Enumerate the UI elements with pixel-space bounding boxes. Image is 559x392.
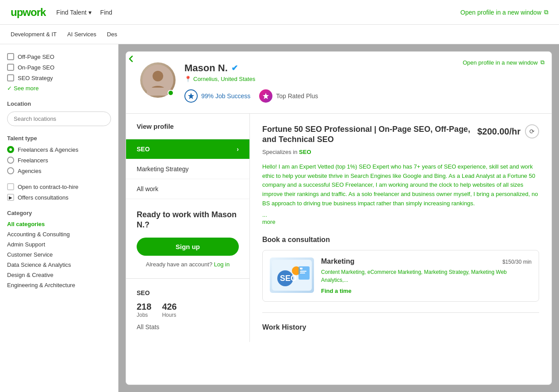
- top-rated-icon: [259, 89, 272, 103]
- work-history-title: Work History: [262, 312, 539, 331]
- login-link[interactable]: Log in: [214, 261, 230, 268]
- top-rated-badge: Top Rated Plus: [259, 89, 318, 103]
- cat-accounting[interactable]: Accounting & Consulting: [7, 231, 111, 238]
- arrow-icon: ›: [237, 146, 239, 153]
- nav-links: Find Talent ▾ Find: [56, 9, 112, 16]
- external-link-icon: ⧉: [544, 8, 548, 16]
- badges-row: 99% Job Success Top Rated Plus: [184, 89, 537, 103]
- hours-stat: 426 Hours: [162, 302, 176, 318]
- profile-left-panel: View profile SEO › Marketing Strategy Al…: [126, 114, 250, 342]
- svg-text:SEO: SEO: [280, 274, 297, 283]
- profile-card: Open profile in a new window ⧉: [126, 51, 552, 385]
- radio-agencies[interactable]: Agencies: [7, 167, 111, 174]
- profile-info: Mason N. ✔ 📍 Cornelius, United States: [184, 62, 537, 103]
- radio-freelancers-agencies[interactable]: Freelancers & Agencies: [7, 146, 111, 153]
- chevron-down-icon: ▾: [88, 9, 92, 16]
- other-options-section: Open to contract-to-hire ▶ Offers consul…: [7, 183, 111, 201]
- find-talent-nav[interactable]: Find Talent ▾: [56, 9, 91, 16]
- stats-row: 218 Jobs 426 Hours: [137, 302, 239, 318]
- profile-body: View profile SEO › Marketing Strategy Al…: [126, 114, 551, 342]
- seo-filters: Off-Page SEO On-Page SEO SEO Strategy ✓ …: [7, 53, 111, 92]
- logo[interactable]: upwork: [11, 6, 46, 19]
- specializes: Specializes in SEO: [262, 149, 539, 155]
- consult-image: SEO: [270, 257, 314, 293]
- consult-tags: Content Marketing, eCommerce Marketing, …: [321, 268, 532, 284]
- back-button[interactable]: [123, 51, 139, 67]
- filter-on-page-seo[interactable]: On-Page SEO: [7, 64, 111, 71]
- rate-icon[interactable]: ⟳: [525, 124, 539, 138]
- avatar-wrap: [140, 62, 176, 98]
- location-section: Location: [7, 100, 111, 126]
- filter-seo-strategy[interactable]: SEO Strategy: [7, 74, 111, 81]
- rate-row: $200.00/hr ⟳: [477, 124, 539, 138]
- checkbox-on-page-seo[interactable]: [7, 64, 14, 71]
- bio-ellipsis: ...: [262, 211, 267, 218]
- checkbox-contract[interactable]: [7, 183, 14, 190]
- filter-off-page-seo[interactable]: Off-Page SEO: [7, 53, 111, 60]
- checkbox-consult[interactable]: ▶: [7, 194, 14, 201]
- sidebar: Off-Page SEO On-Page SEO SEO Strategy ✓ …: [0, 44, 119, 392]
- menu-seo[interactable]: SEO ›: [126, 139, 249, 159]
- cat-customer-service[interactable]: Customer Service: [7, 251, 111, 258]
- svg-rect-10: [300, 271, 306, 272]
- chevron-down-icon: ✓: [7, 85, 12, 92]
- bio-text: Hello! I am an Expert Vetted (top 1%) SE…: [262, 162, 539, 208]
- cat-engineering[interactable]: Engineering & Architecture: [7, 282, 111, 288]
- checkbox-seo-strategy[interactable]: [7, 74, 14, 81]
- menu-all-work[interactable]: All work: [126, 179, 249, 199]
- filter-contract-to-hire[interactable]: Open to contract-to-hire: [7, 183, 111, 190]
- svg-point-1: [153, 71, 163, 81]
- external-link-icon2: ⧉: [540, 59, 544, 66]
- radio-agencies-circle[interactable]: [7, 167, 14, 174]
- checkbox-off-page-seo[interactable]: [7, 53, 14, 60]
- menu-marketing-strategy[interactable]: Marketing Strategy: [126, 159, 249, 179]
- find-nav[interactable]: Find: [100, 9, 112, 16]
- job-success-icon: [184, 89, 198, 103]
- consultation-section: Book a consultation SEO: [262, 236, 539, 302]
- cat-admin[interactable]: Admin Support: [7, 241, 111, 248]
- see-more-button[interactable]: ✓ See more: [7, 85, 111, 92]
- consult-price: $150/30 min: [502, 257, 532, 265]
- bio-more-link[interactable]: more: [262, 219, 276, 225]
- verified-icon: ✔: [231, 63, 238, 73]
- view-profile-link[interactable]: View profile: [126, 114, 249, 139]
- online-indicator: [168, 90, 174, 96]
- main-layout: Off-Page SEO On-Page SEO SEO Strategy ✓ …: [0, 44, 559, 392]
- jobs-stat: 218 Jobs: [137, 302, 151, 318]
- already-have-account: Already have an account? Log in: [137, 261, 239, 268]
- ready-title: Ready to work with Mason N.?: [137, 210, 239, 231]
- profile-overlay: Open profile in a new window ⧉: [119, 44, 559, 392]
- open-profile-window-link[interactable]: Open profile in a new window ⧉: [463, 59, 544, 66]
- job-title: Fortune 50 SEO Professional | On-Page SE…: [262, 124, 470, 145]
- consult-card: SEO Marketing: [262, 250, 539, 302]
- open-profile-link[interactable]: Open profile in a new window ⧉: [460, 8, 548, 16]
- top-navigation: upwork Find Talent ▾ Find Open profile i…: [0, 0, 559, 25]
- job-success-badge: 99% Job Success: [184, 89, 250, 103]
- cat-design[interactable]: Design & Creative: [7, 272, 111, 278]
- catbar-item-dev[interactable]: Development & IT: [11, 31, 57, 38]
- seo-stats: SEO 218 Jobs 426 Hours All Stats: [126, 279, 249, 341]
- location-pin-icon: 📍: [184, 76, 191, 82]
- cat-data-science[interactable]: Data Science & Analytics: [7, 261, 111, 268]
- category-bar: Development & IT AI Services Des: [0, 25, 559, 44]
- find-time-link[interactable]: Find a time: [321, 288, 532, 294]
- consult-info: Marketing $150/30 min Content Marketing,…: [321, 257, 532, 294]
- catbar-item-ai[interactable]: AI Services: [67, 31, 96, 38]
- talent-type-section: Talent type Freelancers & Agencies Freel…: [7, 135, 111, 174]
- filter-consultations[interactable]: ▶ Offers consultations: [7, 194, 111, 201]
- radio-freelancers-circle[interactable]: [7, 157, 14, 164]
- location-search-input[interactable]: [7, 111, 111, 126]
- catbar-item-des[interactable]: Des: [107, 31, 117, 38]
- svg-rect-3: [147, 88, 169, 96]
- rate: $200.00/hr: [477, 127, 521, 137]
- radio-freelancers[interactable]: Freelancers: [7, 157, 111, 164]
- svg-rect-9: [300, 268, 302, 269]
- job-title-row: Fortune 50 SEO Professional | On-Page SE…: [262, 124, 539, 145]
- ready-section: Ready to work with Mason N.? Sign up Alr…: [126, 199, 249, 279]
- category-section: Category All categories Accounting & Con…: [7, 210, 111, 288]
- all-stats-link[interactable]: All Stats: [137, 323, 239, 331]
- all-categories-link[interactable]: All categories: [7, 221, 111, 227]
- profile-location: 📍 Cornelius, United States: [184, 76, 537, 82]
- radio-freelancers-agencies-circle[interactable]: [7, 146, 14, 153]
- signup-button[interactable]: Sign up: [137, 238, 239, 256]
